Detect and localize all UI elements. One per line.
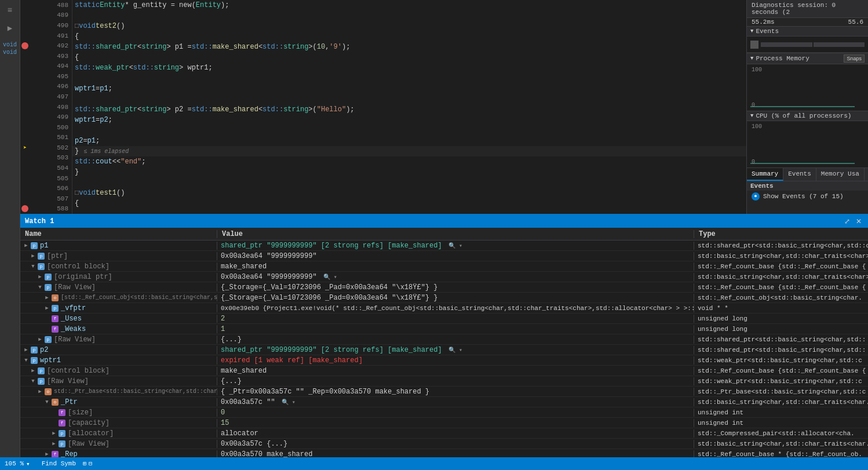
gutter-row-500: 500 [20, 122, 72, 133]
watch-name-ptr-field: ▼ o _Ptr [20, 398, 217, 406]
toggle-rep[interactable]: ▶ [43, 451, 50, 458]
watch-name-size: · f [size] [20, 409, 217, 417]
toggle-p1[interactable]: ▶ [23, 242, 30, 249]
watch-close-btn[interactable]: ✕ [854, 217, 863, 225]
watch-header-row: Name Value Type [20, 228, 868, 241]
snapshot-button[interactable]: Snaps [844, 54, 865, 63]
ptr-icon-p2: p [31, 347, 38, 354]
magnify-original-ptr[interactable]: 🔍 ▾ [323, 274, 337, 280]
ptr-icon-wptr1-control: p [38, 367, 45, 374]
watch-value-vfptr: 0x00e39eb0 {Project1.exe!void(* std::_Re… [217, 304, 694, 312]
watch-type-capacity: unsigned int [694, 419, 868, 427]
sidebar-icon-2[interactable]: ▶ [2, 20, 18, 36]
toggle-raw-view-2[interactable]: ▶ [37, 336, 43, 343]
process-memory-header[interactable]: ▼ Process Memory Snaps [747, 53, 868, 64]
cpu-chart-bottom: 0 [752, 159, 755, 165]
ptr-icon-raw-view-4: p [59, 440, 65, 447]
watch-value-ptr: 0x00a3ea64 "9999999999" [217, 252, 694, 260]
tab-memory-usage[interactable]: Memory Usa [816, 168, 865, 181]
ptr-icon-vfptr: p [52, 305, 59, 312]
watch-row-size: · f [size] 0 unsigned int [20, 407, 868, 418]
obj-icon-ptr-field: o [52, 399, 59, 406]
watch-name-rep: ▶ f _Rep [20, 450, 217, 458]
toggle-allocator[interactable]: ▶ [50, 430, 57, 437]
watch-row-ptr-base: ▶ o std::_Ptr_base<std::basic_string<cha… [20, 387, 868, 397]
watch-type-ref-count-obj: std::_Ref_count_obj<std::basic_string<ch… [694, 294, 868, 302]
watch-type-wptr1: std::weak_ptr<std::basic_string<char,std… [694, 356, 868, 365]
watch-row-wptr1-control: ▶ p [control block] make_shared std::_Re… [20, 366, 868, 376]
code-line-492: std::shared_ptr<string> p1 = std::make_s… [72, 42, 746, 52]
watch-type-allocator: std::_Compressed_pair<std::allocator<cha… [694, 429, 868, 438]
toggle-raw-view-4[interactable]: ▶ [50, 440, 57, 447]
toggle-ptr-base[interactable]: ▶ [37, 388, 43, 395]
code-line-500 [72, 125, 746, 136]
memory-triangle: ▼ [750, 56, 753, 61]
watch-row-original-ptr: ▶ p [original ptr] 0x00a3ea64 "999999999… [20, 272, 868, 282]
toggle-control-block[interactable]: ▼ [30, 263, 37, 270]
watch-name-wptr1: ▼ p wptr1 [20, 356, 217, 365]
watch-type-uses: unsigned long [694, 315, 868, 323]
watch-name-vfptr: ▶ p _vfptr [20, 304, 217, 312]
magnify-p2[interactable]: 🔍 ▾ [448, 347, 462, 354]
tab-summary[interactable]: Summary [747, 168, 783, 181]
breakpoint-492[interactable] [21, 42, 28, 49]
val-ptr-field: 0x00a3a57c "" [221, 398, 275, 406]
toggle-weaks: · [43, 326, 50, 333]
magnify-p1[interactable]: 🔍 ▾ [448, 243, 462, 249]
varname-allocator: [allocator] [68, 429, 114, 438]
watch-title-actions: ⤢ ✕ [843, 217, 863, 225]
zoom-dropdown-icon[interactable]: ▾ [26, 460, 30, 468]
val-capacity: 15 [221, 419, 229, 427]
zoom-control[interactable]: 105 % ▾ [5, 460, 30, 468]
toggle-wptr1[interactable]: ▼ [23, 357, 30, 364]
toggle-ref-count-obj[interactable]: ▶ [43, 294, 50, 301]
varname-raw-view-4: [Raw View] [68, 440, 110, 448]
breakpoint-588[interactable] [21, 205, 28, 212]
toggle-ptr-field[interactable]: ▼ [43, 399, 50, 406]
ptr-icon-original-ptr: p [45, 274, 52, 280]
gutter-row-503: 503 [20, 153, 72, 163]
val-allocator: allocator [221, 429, 258, 438]
watch-row-allocator: ▶ p [allocator] allocator std::_Compress… [20, 428, 868, 439]
watch-name-p1: ▶ p p1 [20, 242, 217, 250]
diag-time-row: 55.2ms 55.6 [747, 18, 868, 26]
watch-col-value-header: Value [217, 230, 694, 238]
toggle-wptr1-control[interactable]: ▶ [30, 367, 37, 374]
watch-name-p2: ▶ p p2 [20, 346, 217, 354]
memory-chart-top: 100 [752, 67, 762, 73]
events-section-header[interactable]: ▼ Events [747, 26, 868, 37]
events-chart-bar2 [814, 42, 865, 47]
tab-events[interactable]: Events [783, 168, 816, 181]
watch-name-original-ptr: ▶ p [original ptr] [20, 273, 217, 281]
code-line-488: static Entity* g_entity = new(Entity); [72, 0, 746, 10]
toggle-ptr[interactable]: ▶ [30, 253, 37, 260]
sidebar-left: ≡ ▶ void void [0, 0, 20, 457]
status-icon-1[interactable]: ⊞ ⊟ [83, 460, 92, 468]
toggle-raw-view-1[interactable]: ▼ [37, 284, 43, 291]
watch-name-ptr-base: ▶ o std::_Ptr_base<std::basic_string<cha… [20, 388, 217, 395]
watch-row-raw-view-4: ▶ p [Raw View] 0x00a3a57c {...} std::bas… [20, 439, 868, 449]
toggle-original-ptr[interactable]: ▶ [37, 274, 43, 280]
toggle-vfptr[interactable]: ▶ [43, 305, 50, 312]
watch-row-vfptr: ▶ p _vfptr 0x00e39eb0 {Project1.exe!void… [20, 303, 868, 314]
watch-value-allocator: allocator [217, 429, 694, 438]
toggle-wptr1-raw[interactable]: ▼ [30, 378, 37, 385]
watch-expand-btn[interactable]: ⤢ [843, 217, 852, 225]
void-label-2: void [3, 49, 17, 56]
watch-type-vfptr: void * * [694, 304, 868, 312]
watch-name-weaks: · f _Weaks [20, 325, 217, 333]
find-symbols[interactable]: Find Symb [42, 460, 76, 468]
show-events-row[interactable]: ● Show Events (7 of 15) [747, 191, 868, 202]
magnify-ptr-field[interactable]: 🔍 ▾ [282, 399, 296, 406]
varname-ptr-base: std::_Ptr_base<std::basic_string<char,st… [54, 388, 217, 395]
watch-value-raw-view-1: {_Storage={_Val=10723096 _Pad=0x00a3ea64… [217, 283, 694, 292]
field-icon-capacity: f [59, 420, 65, 427]
watch-type-wptr1-control: std::_Ref_count_base {std::_Ref_count_ba… [694, 367, 868, 375]
watch-col-name-header: Name [20, 230, 217, 238]
cpu-section-header[interactable]: ▼ CPU (% of all processors) [747, 111, 868, 121]
toggle-p2[interactable]: ▶ [23, 347, 30, 354]
obj-icon-ref-count-obj: o [52, 294, 59, 301]
watch-row-ptr: ▶ p [ptr] 0x00a3ea64 "9999999999" std::b… [20, 251, 868, 261]
val-wptr1-control: make_shared [221, 367, 267, 375]
sidebar-icon-1[interactable]: ≡ [2, 2, 18, 19]
